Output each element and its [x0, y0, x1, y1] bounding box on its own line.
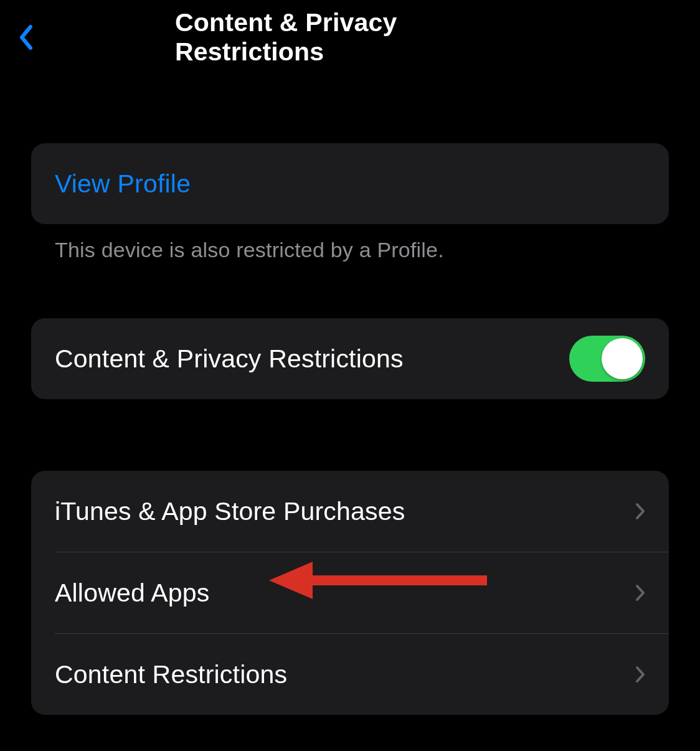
itunes-purchases-row[interactable]: iTunes & App Store Purchases: [31, 471, 669, 552]
allowed-apps-label: Allowed Apps: [55, 579, 635, 608]
profile-group: View Profile: [31, 143, 669, 224]
items-group: iTunes & App Store Purchases Allowed App…: [31, 471, 669, 715]
navigation-bar: Content & Privacy Restrictions: [0, 0, 700, 75]
chevron-right-icon: [635, 666, 645, 683]
toggle-knob: [602, 338, 643, 379]
content-area: View Profile This device is also restric…: [0, 75, 700, 715]
itunes-purchases-label: iTunes & App Store Purchases: [55, 497, 635, 526]
restrictions-toggle-label: Content & Privacy Restrictions: [55, 344, 569, 374]
restrictions-toggle[interactable]: [569, 336, 645, 382]
view-profile-row[interactable]: View Profile: [31, 143, 669, 224]
restrictions-toggle-row: Content & Privacy Restrictions: [31, 318, 669, 399]
chevron-right-icon: [635, 503, 645, 520]
allowed-apps-row[interactable]: Allowed Apps: [31, 552, 669, 633]
content-restrictions-label: Content Restrictions: [55, 660, 635, 689]
toggle-group: Content & Privacy Restrictions: [31, 318, 669, 399]
chevron-left-icon: [19, 25, 32, 50]
content-restrictions-row[interactable]: Content Restrictions: [31, 634, 669, 715]
view-profile-label: View Profile: [55, 169, 191, 199]
back-button[interactable]: [19, 22, 50, 53]
profile-footer-text: This device is also restricted by a Prof…: [31, 224, 669, 262]
page-title: Content & Privacy Restrictions: [175, 8, 525, 67]
chevron-right-icon: [635, 584, 645, 602]
